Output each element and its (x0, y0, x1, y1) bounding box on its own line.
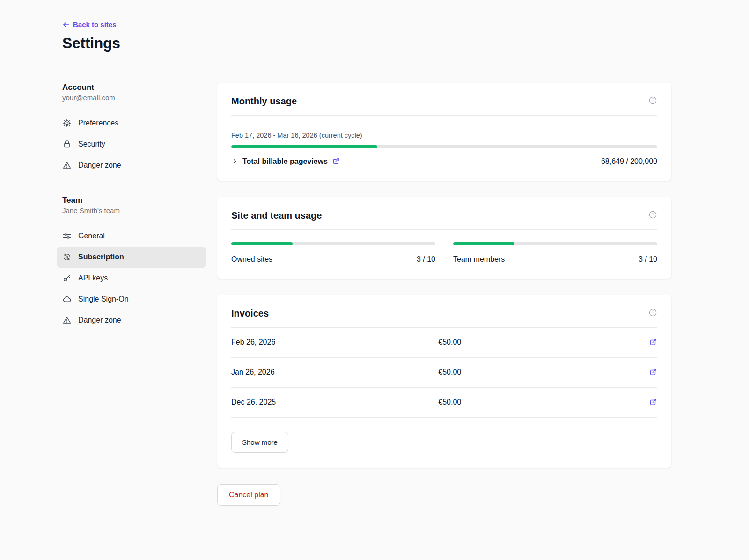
settings-page: Back to sites Settings Account your@emai… (62, 0, 671, 543)
warning-icon (62, 161, 72, 170)
team-heading: Team (62, 196, 206, 205)
site-team-usage-title: Site and team usage (231, 209, 322, 221)
monthly-usage-card: Monthly usage Feb 17, 2026 - Mar 16, 202… (217, 83, 671, 181)
currency-refresh-icon: $ (62, 252, 72, 262)
team-members-progress-fill (453, 242, 514, 245)
invoice-row: Dec 26, 2025 €50.00 (231, 388, 657, 418)
cancel-plan-button[interactable]: Cancel plan (217, 484, 280, 506)
sidebar-item-account-danger-zone[interactable]: Danger zone (57, 155, 206, 176)
pageviews-progress-fill (231, 145, 377, 148)
owned-sites-progress-bar (231, 242, 435, 245)
back-to-sites-label: Back to sites (73, 21, 117, 29)
account-email: your@email.com (62, 94, 206, 102)
total-billable-pageviews-toggle[interactable]: Total billable pageviews (231, 157, 340, 166)
sidebar-section-team: Team Jane Smith's team General $ Subscri… (62, 196, 206, 331)
external-link-icon[interactable] (649, 398, 657, 406)
invoice-date: Dec 26, 2025 (231, 398, 438, 406)
gear-icon (62, 118, 72, 128)
info-icon[interactable] (648, 96, 657, 105)
page-title: Settings (62, 35, 671, 52)
key-icon (62, 273, 72, 283)
invoice-date: Feb 26, 2026 (231, 338, 438, 346)
sidebar-item-label: Preferences (78, 119, 118, 127)
sidebar-item-subscription[interactable]: $ Subscription (57, 247, 206, 268)
sidebar-item-label: Subscription (78, 253, 124, 261)
owned-sites-meter: Owned sites 3 / 10 (231, 242, 435, 264)
sidebar-item-label: Single Sign-On (78, 295, 129, 303)
owned-sites-progress-fill (231, 242, 293, 245)
account-heading: Account (62, 83, 206, 92)
sidebar-item-label: Danger zone (78, 161, 121, 169)
external-link-icon[interactable] (649, 368, 657, 376)
info-icon[interactable] (648, 308, 657, 317)
invoices-title: Invoices (231, 307, 269, 319)
lock-icon (62, 140, 72, 149)
arrow-left-icon (62, 21, 70, 29)
pageviews-progress-bar (231, 145, 657, 148)
owned-sites-value: 3 / 10 (417, 255, 435, 264)
sidebar-item-label: General (78, 232, 105, 240)
pageviews-usage-value: 68,649 / 200,000 (601, 157, 657, 166)
back-to-sites-link[interactable]: Back to sites (62, 21, 117, 29)
sidebar-item-preferences[interactable]: Preferences (57, 113, 206, 134)
info-icon[interactable] (648, 210, 657, 219)
team-members-meter: Team members 3 / 10 (453, 242, 657, 264)
sidebar-item-label: API keys (78, 274, 108, 282)
settings-sidebar: Account your@email.com Preferences Secur… (62, 83, 206, 331)
chevron-right-icon (231, 158, 238, 165)
team-members-progress-bar (453, 242, 657, 245)
monthly-usage-title: Monthly usage (231, 95, 297, 107)
card-divider (231, 229, 657, 230)
warning-icon (62, 316, 72, 325)
invoices-card: Invoices Feb 26, 2026 €50.00 Jan 26, 202… (217, 295, 671, 468)
external-link-icon[interactable] (649, 338, 657, 346)
team-name: Jane Smith's team (62, 206, 206, 214)
invoice-amount: €50.00 (438, 338, 649, 346)
owned-sites-label: Owned sites (231, 255, 272, 264)
metric-label: Total billable pageviews (242, 157, 328, 166)
team-members-value: 3 / 10 (639, 255, 657, 264)
sidebar-item-team-danger-zone[interactable]: Danger zone (57, 310, 206, 331)
sidebar-section-account: Account your@email.com Preferences Secur… (62, 83, 206, 176)
cloud-icon (62, 295, 72, 304)
sidebar-item-security[interactable]: Security (57, 134, 206, 155)
invoice-amount: €50.00 (438, 368, 649, 376)
show-more-button[interactable]: Show more (231, 432, 288, 453)
sidebar-item-single-sign-on[interactable]: Single Sign-On (57, 289, 206, 310)
invoice-row: Feb 26, 2026 €50.00 (231, 328, 657, 358)
invoice-amount: €50.00 (438, 398, 649, 406)
svg-text:$: $ (66, 255, 68, 259)
team-members-label: Team members (453, 255, 505, 264)
sliders-icon (62, 231, 72, 241)
card-divider (231, 115, 657, 116)
sidebar-item-api-keys[interactable]: API keys (57, 268, 206, 289)
sidebar-item-general[interactable]: General (57, 226, 206, 247)
invoice-date: Jan 26, 2026 (231, 368, 438, 376)
external-link-icon[interactable] (332, 157, 340, 165)
invoice-row: Jan 26, 2026 €50.00 (231, 358, 657, 388)
sidebar-item-label: Danger zone (78, 316, 121, 324)
sidebar-item-label: Security (78, 140, 105, 148)
site-team-usage-card: Site and team usage Owned sites 3 / 10 (217, 197, 671, 279)
billing-cycle-label: Feb 17, 2026 - Mar 16, 2026 (current cyc… (231, 132, 657, 139)
subscription-settings-main: Monthly usage Feb 17, 2026 - Mar 16, 202… (217, 83, 671, 543)
